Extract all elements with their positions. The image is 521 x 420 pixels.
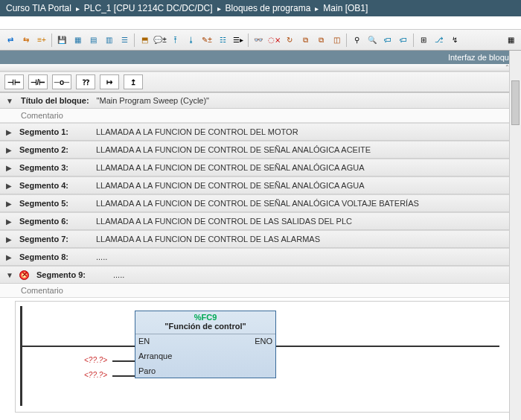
segment-name: Segmento 9: bbox=[36, 270, 107, 279]
interface-bar[interactable]: Interfaz de bloque bbox=[0, 51, 521, 64]
instr-branch-open[interactable]: ↦ bbox=[100, 74, 119, 89]
segment-row[interactable]: ▶Segmento 3:LLAMADA A LA FUNCION DE CONT… bbox=[0, 159, 521, 176]
collapse-arrow-icon[interactable]: ▼ bbox=[6, 97, 13, 105]
toolbar-divider bbox=[51, 34, 52, 47]
tool-tab2-icon[interactable]: ▥ bbox=[101, 33, 116, 48]
tool-struct-icon[interactable]: ⊞ bbox=[416, 33, 431, 48]
tool-last-icon[interactable]: ↯ bbox=[447, 33, 462, 48]
segment-row[interactable]: ▶Segmento 6:LLAMADA A LA FUNCION DE CONT… bbox=[0, 212, 521, 230]
tool-props-icon[interactable]: ☰▸ bbox=[231, 33, 246, 48]
tool-go-online-icon[interactable]: ⇄ bbox=[3, 33, 18, 48]
segment-name: Segmento 7: bbox=[19, 235, 90, 244]
segment-desc[interactable]: LLAMADA A LA FUNCION DE CONTROL DE SEÑAL… bbox=[96, 181, 364, 190]
tool-help-icon[interactable]: ⎇ bbox=[432, 33, 447, 48]
error-icon: ✕ bbox=[19, 270, 29, 280]
breadcrumb-item[interactable]: PLC_1 [CPU 1214C DC/DC/DC] bbox=[84, 3, 213, 13]
instr-nc-contact[interactable]: ⊣/⊢ bbox=[28, 74, 48, 89]
segment-expand-icon[interactable]: ▶ bbox=[6, 128, 13, 136]
tool-xref1-icon[interactable]: ⧉ bbox=[298, 33, 313, 48]
instr-branch-close[interactable]: ↥ bbox=[124, 74, 143, 89]
tool-tab1-icon[interactable]: ▤ bbox=[86, 33, 100, 48]
segment-desc[interactable]: ..... bbox=[96, 252, 107, 261]
fbd-port-in[interactable]: Paro bbox=[138, 366, 172, 375]
tool-stamp-icon[interactable]: ✎± bbox=[199, 33, 214, 48]
segment-row[interactable]: ▶Segmento 8:..... bbox=[0, 248, 521, 266]
breadcrumb-sep-icon: ▸ bbox=[76, 4, 80, 13]
segment-expand-icon[interactable]: ▶ bbox=[6, 164, 13, 172]
segment-name: Segmento 3: bbox=[19, 163, 90, 172]
segment-row[interactable]: ▶Segmento 4:LLAMADA A LA FUNCION DE CONT… bbox=[0, 176, 521, 194]
tool-compile-icon[interactable]: ▦ bbox=[70, 33, 85, 48]
tool-save-icon[interactable]: 💾 bbox=[54, 33, 69, 48]
segment-expand-icon[interactable]: ▶ bbox=[6, 200, 13, 208]
breadcrumb-item[interactable]: Bloques de programa bbox=[226, 3, 311, 13]
tool-chart-icon[interactable]: ◫ bbox=[329, 33, 344, 48]
instr-coil[interactable]: ─o─ bbox=[52, 74, 71, 89]
unresolved-tag[interactable]: <??.?> bbox=[84, 356, 107, 364]
tool-list-icon[interactable]: ☷ bbox=[215, 33, 230, 48]
segment-desc[interactable]: LLAMADA A LA FUNCION DE CONTROL DE SEÑAL… bbox=[96, 199, 419, 208]
tool-run-icon[interactable]: ▦ bbox=[503, 33, 518, 48]
segment-expand-icon[interactable]: ▶ bbox=[6, 182, 13, 190]
segment-expand-icon[interactable]: ▼ bbox=[6, 271, 13, 279]
breadcrumb-item[interactable]: Curso TIA Portal bbox=[6, 3, 71, 13]
wire bbox=[112, 375, 135, 377]
block-title-value[interactable]: "Main Program Sweep (Cycle)" bbox=[97, 96, 209, 105]
tool-go-offline-icon[interactable]: ⇆ bbox=[19, 33, 33, 48]
tool-insert-icon[interactable]: ⬒ bbox=[137, 33, 152, 48]
tool-monitor-icon[interactable]: 👓 bbox=[251, 33, 266, 48]
power-rail bbox=[20, 306, 22, 406]
block-title-row: ▼ Título del bloque: "Main Program Sweep… bbox=[0, 92, 521, 109]
toolbar-divider bbox=[134, 34, 135, 47]
collapse-bar: ⌃ ⌄ bbox=[0, 64, 521, 71]
segment-comment[interactable]: Comentario bbox=[0, 284, 521, 298]
segment-expand-icon[interactable]: ▶ bbox=[6, 235, 13, 244]
fbd-port-in[interactable]: Arranque bbox=[138, 351, 172, 360]
vertical-scrollbar[interactable] bbox=[509, 51, 521, 420]
block-title-label: Título del bloque: bbox=[21, 96, 89, 105]
segment-expand-icon[interactable]: ▶ bbox=[6, 217, 13, 226]
segment-row[interactable]: ▶Segmento 7:LLAMADA A LA FUNCION DE CONT… bbox=[0, 230, 521, 248]
segment-desc[interactable]: LLAMADA A LA FUNCION DE CONTROL DE SEÑAL… bbox=[96, 163, 364, 172]
tool-misc1-icon[interactable]: ☰ bbox=[117, 33, 132, 48]
segment-row[interactable]: ▶Segmento 2:LLAMADA A LA FUNCION DE CONT… bbox=[0, 141, 521, 159]
segment-expand-icon[interactable]: ▶ bbox=[6, 253, 13, 261]
unresolved-tag[interactable]: <??.?> bbox=[84, 371, 107, 379]
breadcrumb: Curso TIA Portal ▸ PLC_1 [CPU 1214C DC/D… bbox=[0, 0, 521, 16]
tool-tag2-icon[interactable]: 🏷 bbox=[396, 33, 411, 48]
tool-search-icon[interactable]: 🔍 bbox=[365, 33, 380, 48]
segment-row[interactable]: ▶Segmento 5:LLAMADA A LA FUNCION DE CONT… bbox=[0, 194, 521, 212]
segment-expand-icon[interactable]: ▶ bbox=[6, 146, 13, 154]
tool-comment-icon[interactable]: 💬± bbox=[153, 33, 167, 48]
segment-name: Segmento 5: bbox=[19, 199, 90, 208]
segment-desc[interactable]: LLAMADA A LA FUNCION DE CONTROL DEL MOTO… bbox=[96, 127, 298, 136]
tool-tag1-icon[interactable]: 🏷 bbox=[380, 33, 395, 48]
tool-download-icon[interactable]: ⭳ bbox=[184, 33, 199, 48]
network-canvas[interactable]: <??.?><??.?>%FC9"Función de control"ENAr… bbox=[15, 301, 517, 413]
tool-filter-icon[interactable]: ⚲ bbox=[349, 33, 364, 48]
block-comment[interactable]: Comentario bbox=[0, 109, 521, 123]
instr-no-contact[interactable]: ⊣⊢ bbox=[4, 74, 24, 89]
tool-addnet-icon[interactable]: ≡+ bbox=[34, 33, 49, 48]
instr-empty-box[interactable]: ⁇ bbox=[76, 74, 95, 89]
toolbar-divider bbox=[248, 34, 249, 47]
segment-desc[interactable]: LLAMADA A LA FUNCION DE CONTROL DE LAS A… bbox=[96, 235, 320, 244]
fbd-call-box[interactable]: %FC9"Función de control"ENArranqueParoEN… bbox=[135, 311, 276, 378]
segment-row[interactable]: ▶Segmento 1:LLAMADA A LA FUNCION DE CONT… bbox=[0, 123, 521, 141]
tool-xref2-icon[interactable]: ⧉ bbox=[313, 33, 328, 48]
tool-breakpoint-icon[interactable]: ◌⨯ bbox=[266, 33, 281, 48]
breadcrumb-sep-icon: ▸ bbox=[315, 4, 319, 13]
fbd-port-out[interactable]: ENO bbox=[255, 337, 272, 346]
segment-desc[interactable]: ..... bbox=[113, 270, 124, 279]
breadcrumb-sep-icon: ▸ bbox=[217, 4, 221, 13]
segment-row[interactable]: ▼✕Segmento 9:..... bbox=[0, 266, 521, 284]
breadcrumb-item[interactable]: Main [OB1] bbox=[323, 3, 368, 13]
segment-desc[interactable]: LLAMADA A LA FUNCION DE CONTROL DE LAS S… bbox=[96, 217, 352, 226]
segment-desc[interactable]: LLAMADA A LA FUNCION DE CONTROL DE SEÑAL… bbox=[96, 145, 371, 154]
spacer bbox=[0, 16, 521, 30]
fbd-port-in[interactable]: EN bbox=[138, 337, 172, 346]
tool-refresh-icon[interactable]: ↻ bbox=[282, 33, 297, 48]
segment-name: Segmento 4: bbox=[19, 181, 90, 190]
scrollbar-thumb[interactable] bbox=[511, 80, 520, 125]
tool-upload-icon[interactable]: ⭱ bbox=[168, 33, 183, 48]
